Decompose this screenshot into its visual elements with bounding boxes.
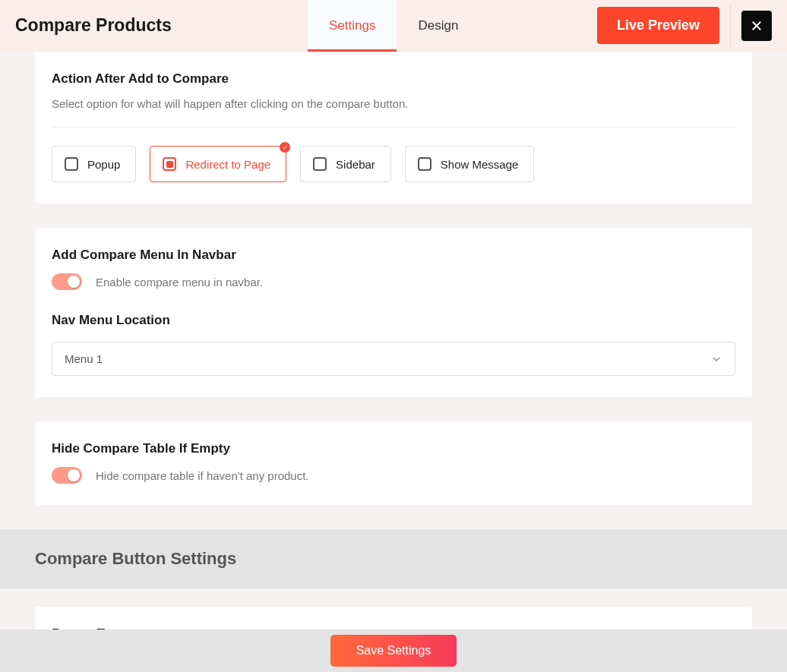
divider bbox=[730, 5, 731, 47]
tab-settings[interactable]: Settings bbox=[308, 0, 397, 52]
section-compare-button: Compare Button Settings bbox=[0, 529, 787, 588]
toggle-hide-empty[interactable] bbox=[52, 467, 82, 484]
card-title: Add Compare Menu In Navbar bbox=[52, 248, 735, 263]
card-subtitle: Select option for what will happen after… bbox=[52, 97, 735, 110]
chevron-down-icon bbox=[710, 353, 722, 365]
toggle-label: Hide compare table if haven't any produc… bbox=[96, 469, 309, 482]
card-action-after: Action After Add to Compare Select optio… bbox=[35, 52, 752, 203]
option-label: Sidebar bbox=[336, 158, 375, 171]
option-label: Show Message bbox=[441, 158, 519, 171]
option-popup[interactable]: Popup bbox=[52, 146, 136, 182]
checkbox-icon bbox=[163, 157, 176, 171]
checkbox-icon bbox=[65, 157, 78, 171]
option-redirect-to-page[interactable]: Redirect to Page bbox=[150, 146, 286, 182]
footer: Save Settings bbox=[0, 629, 787, 672]
option-label: Redirect to Page bbox=[185, 158, 270, 171]
section-title: Compare Button Settings bbox=[35, 549, 752, 569]
nav-menu-location-title: Nav Menu Location bbox=[52, 313, 735, 328]
card-title: Hide Compare Table If Empty bbox=[52, 441, 735, 456]
nav-menu-location-select[interactable]: Menu 1 bbox=[52, 342, 735, 376]
card-navbar-menu: Add Compare Menu In Navbar Enable compar… bbox=[35, 228, 752, 397]
options-row: Popup Redirect to Page Sidebar Show Mess… bbox=[52, 146, 735, 182]
close-button[interactable] bbox=[741, 11, 772, 41]
tab-design[interactable]: Design bbox=[397, 0, 479, 52]
live-preview-button[interactable]: Live Preview bbox=[597, 7, 719, 44]
tab-label: Settings bbox=[329, 18, 375, 33]
page-title: Compare Products bbox=[15, 15, 172, 36]
toggle-row: Enable compare menu in navbar. bbox=[52, 273, 735, 290]
card-hide-empty: Hide Compare Table If Empty Hide compare… bbox=[35, 421, 752, 505]
toggle-label: Enable compare menu in navbar. bbox=[96, 276, 263, 289]
header: Compare Products Settings Design Live Pr… bbox=[0, 0, 787, 52]
toggle-row: Hide compare table if haven't any produc… bbox=[52, 467, 735, 484]
content-area: Action After Add to Compare Select optio… bbox=[0, 52, 787, 672]
save-settings-button[interactable]: Save Settings bbox=[330, 635, 457, 667]
header-right: Live Preview bbox=[597, 5, 772, 47]
tabs: Settings Design bbox=[308, 0, 479, 52]
option-sidebar[interactable]: Sidebar bbox=[300, 146, 391, 182]
tab-label: Design bbox=[418, 18, 458, 33]
selected-badge-icon bbox=[280, 142, 290, 153]
select-value: Menu 1 bbox=[65, 352, 103, 365]
toggle-enable-navbar[interactable] bbox=[52, 273, 82, 290]
checkbox-icon bbox=[313, 157, 327, 171]
divider bbox=[52, 127, 735, 128]
checkbox-icon bbox=[418, 157, 431, 171]
option-label: Popup bbox=[87, 158, 120, 171]
option-show-message[interactable]: Show Message bbox=[405, 146, 535, 182]
close-icon bbox=[750, 19, 763, 33]
card-title: Action After Add to Compare bbox=[52, 71, 735, 87]
